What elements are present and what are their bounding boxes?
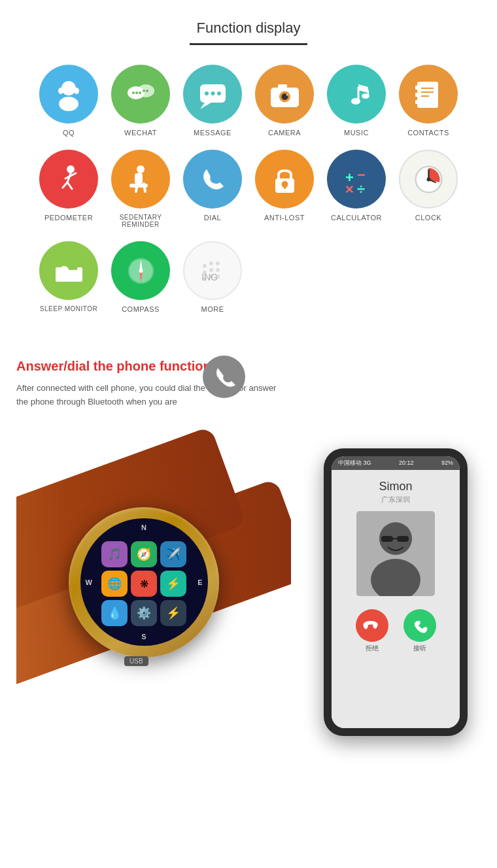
music-circle — [327, 65, 386, 124]
contacts-label: CONTACTS — [407, 129, 449, 137]
svg-point-0 — [61, 81, 76, 95]
svg-rect-39 — [135, 173, 143, 184]
calculator-icon: + − × ÷ — [339, 161, 375, 197]
phone-screen: 中国移动 3G 20:12 92% Simon 广东深圳 — [332, 456, 460, 728]
svg-point-20 — [286, 93, 288, 95]
carrier-label: 中国移动 3G — [338, 459, 371, 467]
icon-item-music: MUSIC — [320, 65, 392, 137]
svg-rect-78 — [381, 536, 393, 542]
icon-item-qq: QQ — [33, 65, 105, 137]
wechat-circle — [111, 65, 170, 124]
svg-rect-25 — [417, 82, 438, 108]
antilost-icon — [267, 161, 303, 197]
sedentary-icon — [123, 161, 159, 197]
decline-button[interactable] — [356, 609, 388, 642]
accept-phone-icon — [411, 616, 429, 635]
compass-circle — [111, 241, 170, 300]
music-label: MUSIC — [344, 129, 369, 137]
compass-label: COMPASS — [122, 305, 160, 313]
svg-point-67 — [216, 261, 220, 265]
call-buttons: 拒绝 接听 — [338, 606, 453, 656]
svg-rect-57 — [77, 267, 82, 282]
svg-rect-26 — [415, 86, 418, 90]
qq-icon — [51, 76, 87, 112]
qq-label: QQ — [63, 129, 75, 137]
camera-icon — [267, 76, 303, 112]
phone-function-icon — [203, 356, 245, 398]
more-label: MORE — [201, 305, 224, 313]
svg-point-24 — [362, 93, 369, 99]
svg-rect-45 — [283, 184, 286, 189]
svg-point-38 — [137, 165, 145, 173]
svg-rect-27 — [415, 93, 418, 97]
contacts-circle — [399, 65, 458, 124]
clock-label: CLOCK — [415, 214, 441, 222]
caller-location: 广东深圳 — [381, 495, 410, 505]
decline-btn-wrapper: 拒绝 — [356, 609, 388, 653]
accept-button[interactable] — [403, 609, 436, 642]
pedometer-circle — [39, 150, 98, 209]
message-icon — [195, 76, 231, 112]
antilost-circle — [255, 150, 314, 209]
qq-circle — [39, 65, 98, 124]
icon-item-more: ING MORE — [177, 241, 248, 313]
message-circle — [183, 65, 242, 124]
battery-label: 92% — [441, 459, 453, 466]
watch-area: N S E W 🎵 🧭 ✈️ 🌐 ❋ ⚡ 💧 ⚙️ ⚡ — [16, 416, 291, 756]
message-label: MESSAGE — [194, 129, 231, 137]
phone-icon — [211, 364, 237, 390]
caller-photo — [356, 511, 435, 596]
icon-item-calculator: + − × ÷ CALCULATOR — [320, 150, 392, 228]
compass-s: S — [141, 633, 146, 641]
contacts-icon — [411, 76, 447, 112]
time-label: 20:12 — [399, 459, 414, 466]
function-section: Function display QQ — [0, 0, 497, 339]
icon-item-antilost: ANTI-LOST — [248, 150, 320, 228]
svg-point-13 — [205, 92, 209, 95]
svg-line-41 — [136, 184, 137, 192]
watch-app-9: ⚡ — [160, 600, 186, 626]
svg-point-3 — [74, 88, 79, 94]
decline-phone-icon — [363, 616, 381, 635]
sleep-circle — [39, 241, 98, 300]
accept-label: 接听 — [413, 644, 426, 653]
phone-caller-area: Simon 广东深圳 — [332, 470, 460, 728]
svg-text:÷: ÷ — [357, 181, 365, 197]
watch-app-7: 💧 — [101, 600, 128, 626]
icon-item-sedentary: SEDENTARY REMINDER — [105, 150, 177, 228]
icon-item-dial: DIAL — [177, 150, 248, 228]
svg-rect-79 — [397, 536, 409, 542]
sedentary-label: SEDENTARY REMINDER — [105, 214, 177, 228]
sleep-label: SLEEP MONITOR — [40, 305, 97, 312]
svg-point-2 — [58, 88, 63, 94]
watch-app-2: 🧭 — [131, 541, 157, 567]
icon-item-camera: CAMERA — [248, 65, 320, 137]
svg-text:ING: ING — [201, 272, 218, 282]
svg-rect-17 — [278, 84, 287, 90]
icon-item-contacts: CONTACTS — [392, 65, 464, 137]
wechat-icon — [123, 76, 159, 112]
section-title: Function display — [13, 20, 484, 37]
calculator-label: CALCULATOR — [331, 214, 382, 222]
svg-line-42 — [144, 184, 145, 192]
svg-point-64 — [139, 269, 143, 273]
svg-point-23 — [351, 98, 360, 105]
clock-icon — [411, 161, 447, 197]
icon-item-message: MESSAGE — [177, 65, 248, 137]
svg-rect-59 — [58, 270, 80, 273]
watch-phone-area: N S E W 🎵 🧭 ✈️ 🌐 ❋ ⚡ 💧 ⚙️ ⚡ — [16, 416, 481, 788]
camera-circle — [255, 65, 314, 124]
decline-label: 拒绝 — [366, 644, 379, 653]
calculator-circle: + − × ÷ — [327, 150, 386, 209]
watch-app-8: ⚙️ — [131, 600, 157, 626]
svg-rect-28 — [415, 100, 418, 104]
antilost-label: ANTI-LOST — [264, 214, 305, 222]
wechat-label: WECHAT — [124, 129, 157, 137]
dial-circle — [183, 150, 242, 209]
compass-w: W — [86, 578, 92, 586]
dial-label: DIAL — [204, 214, 221, 222]
svg-point-6 — [132, 92, 135, 94]
watch-app-4: 🌐 — [101, 571, 128, 597]
svg-line-35 — [67, 182, 72, 189]
accept-btn-wrapper: 接听 — [403, 609, 436, 653]
